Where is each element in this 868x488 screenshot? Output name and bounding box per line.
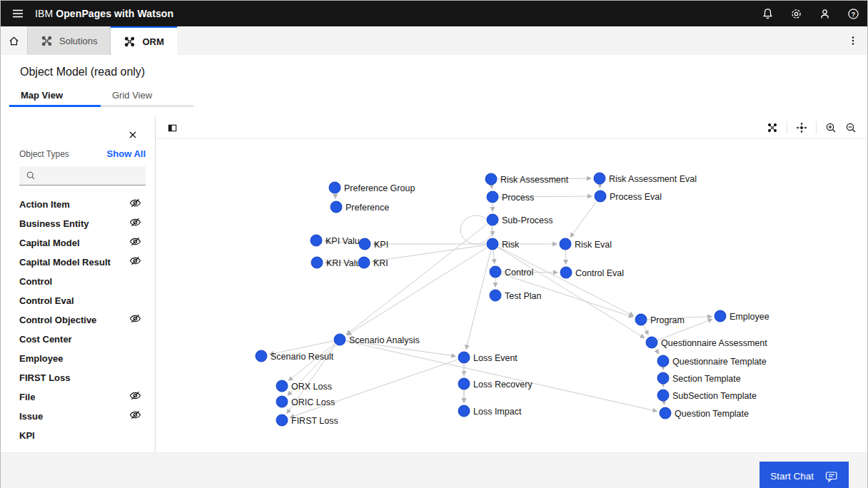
graph-node-label: Questionnaire Assessment [661, 338, 767, 348]
graph-node-questionnaire-template[interactable]: Questionnaire Template [657, 355, 767, 367]
object-type-label: Cost Center [19, 334, 72, 345]
graph-node-label: Loss Event [473, 353, 518, 363]
graph-node-oric-loss[interactable]: ORIC Loss [276, 396, 335, 407]
app-window: IBM OpenPages with Watson ? Solutions [0, 0, 868, 488]
tab-orm[interactable]: ORM [111, 26, 176, 55]
close-panel-icon[interactable] [125, 127, 141, 143]
graph-node-label: Preference Group [344, 183, 415, 193]
edge-process-eval-to-risk-eval [570, 201, 597, 237]
graph-node-label: Scenario Result [271, 352, 334, 362]
visibility-off-icon[interactable] [129, 409, 146, 424]
graph-node-sub-process[interactable]: Sub-Process [487, 214, 553, 225]
graph-node-section-template[interactable]: Section Template [657, 372, 741, 384]
chat-icon [825, 471, 838, 483]
graph-node-control-eval[interactable]: Control Eval [560, 267, 624, 278]
auto-layout-icon[interactable] [763, 118, 782, 137]
graph-node-orx-loss[interactable]: ORX Loss [276, 380, 332, 392]
graph-node-preference-group[interactable]: Preference Group [329, 182, 415, 193]
graph-node-program[interactable]: Program [635, 314, 685, 325]
tab-map-view[interactable]: Map View [9, 88, 101, 107]
overflow-menu-icon[interactable] [839, 26, 867, 55]
object-model-graph-canvas[interactable]: Preference GroupPreferenceRisk Assessmen… [156, 139, 867, 452]
graph-node-kpi-value[interactable]: KPI Value [311, 235, 365, 246]
graph-node-label: Question Template [675, 409, 749, 419]
graph-node-label: Questionnaire Template [672, 357, 767, 367]
graph-node-risk-assessment-eval[interactable]: Risk Assessment Eval [594, 173, 697, 184]
object-type-item-action-item[interactable]: Action Item [19, 195, 146, 214]
show-all-link[interactable]: Show All [107, 148, 146, 159]
graph-node-label: Control [505, 268, 533, 278]
menu-hamburger-icon[interactable] [1, 1, 35, 26]
object-types-search[interactable] [19, 166, 146, 185]
object-type-item-cost-center[interactable]: Cost Center [19, 330, 146, 349]
graph-node-loss-recovery[interactable]: Loss Recovery [458, 378, 533, 390]
object-type-label: Capital Model [19, 238, 80, 248]
graph-node-loss-event[interactable]: Loss Event [458, 352, 518, 363]
graph-node-label: ORX Loss [291, 382, 332, 392]
visibility-off-icon[interactable] [129, 312, 146, 327]
object-type-item-file[interactable]: File [19, 387, 146, 407]
object-type-label: Capital Model Result [19, 257, 111, 268]
notifications-icon[interactable] [753, 1, 782, 26]
visibility-off-icon[interactable] [129, 255, 146, 270]
fit-view-icon[interactable] [792, 118, 811, 137]
zoom-out-icon[interactable] [842, 118, 860, 137]
object-type-item-first-loss[interactable]: FIRST Loss [19, 368, 146, 387]
settings-gear-icon[interactable] [782, 1, 810, 26]
graph-node-employee[interactable]: Employee [715, 310, 769, 322]
graph-node-label: Employee [730, 312, 769, 322]
graph-node-first-loss[interactable]: FIRST Loss [276, 415, 338, 426]
graph-node-label: Control Eval [575, 268, 624, 278]
object-type-item-issue[interactable]: Issue [19, 407, 146, 426]
graph-node-label: Sub-Process [502, 215, 553, 225]
map-toolbar [156, 117, 867, 139]
zoom-in-icon[interactable] [822, 118, 840, 137]
graph-node-label: Process Eval [610, 192, 662, 202]
graph-node-risk-eval[interactable]: Risk Eval [560, 238, 612, 250]
tab-solutions[interactable]: Solutions [28, 26, 111, 55]
tab-grid-view[interactable]: Grid View [101, 88, 193, 107]
visibility-off-icon[interactable] [129, 390, 146, 405]
graph-node-scenario-analysis[interactable]: Scenario Analysis [334, 334, 420, 345]
tab-orm-label: ORM [142, 36, 163, 47]
search-input[interactable] [41, 171, 134, 181]
object-type-item-kpi[interactable]: KPI [19, 426, 146, 445]
help-icon[interactable]: ? [839, 1, 867, 26]
home-tab[interactable] [1, 26, 28, 55]
visibility-off-icon[interactable] [129, 235, 146, 250]
graph-node-risk[interactable]: Risk [487, 238, 520, 250]
visibility-off-icon[interactable] [129, 216, 146, 231]
graph-node-questionnaire-assessment[interactable]: Questionnaire Assessment [646, 337, 767, 348]
side-panel-toggle-icon[interactable] [163, 118, 181, 137]
graph-node-subsection-template[interactable]: SubSection Template [657, 390, 757, 401]
object-type-item-control-eval[interactable]: Control Eval [19, 291, 146, 310]
graph-node-label: KPI [374, 240, 388, 250]
edge-program-to-questionnaire-assessment [644, 325, 648, 335]
bottom-strip: Start Chat [1, 452, 867, 488]
object-type-item-business-entity[interactable]: Business Entity [19, 214, 146, 233]
graph-node-kri[interactable]: KRI [358, 257, 388, 268]
object-type-item-capital-model-result[interactable]: Capital Model Result [19, 253, 146, 272]
graph-node-kpi[interactable]: KPI [359, 238, 388, 250]
graph-node-scenario-result[interactable]: Scenario Result [256, 350, 334, 362]
graph-node-label: Risk [502, 240, 520, 250]
start-chat-button[interactable]: Start Chat [760, 462, 849, 488]
object-type-item-control[interactable]: Control [19, 272, 146, 291]
object-type-item-capital-model[interactable]: Capital Model [19, 233, 146, 253]
graph-node-process[interactable]: Process [487, 191, 534, 203]
graph-node-test-plan[interactable]: Test Plan [490, 290, 541, 301]
object-type-label: Employee [19, 353, 63, 364]
graph-node-preference[interactable]: Preference [330, 201, 389, 213]
graph-node-loss-impact[interactable]: Loss Impact [458, 405, 522, 417]
object-type-item-employee[interactable]: Employee [19, 349, 146, 368]
graph-node-control[interactable]: Control [490, 266, 533, 278]
graph-node-question-template[interactable]: Question Template [660, 407, 749, 419]
graph-node-label: FIRST Loss [291, 416, 338, 426]
user-avatar-icon[interactable] [810, 1, 839, 26]
object-model-graph: Preference GroupPreferenceRisk Assessmen… [156, 139, 867, 452]
graph-node-kri-value[interactable]: KRI Value [311, 257, 365, 268]
visibility-off-icon[interactable] [129, 197, 146, 212]
object-type-item-control-objective[interactable]: Control Objective [19, 310, 146, 330]
graph-node-process-eval[interactable]: Process Eval [595, 190, 662, 202]
graph-node-label: KPI Value [326, 236, 365, 246]
